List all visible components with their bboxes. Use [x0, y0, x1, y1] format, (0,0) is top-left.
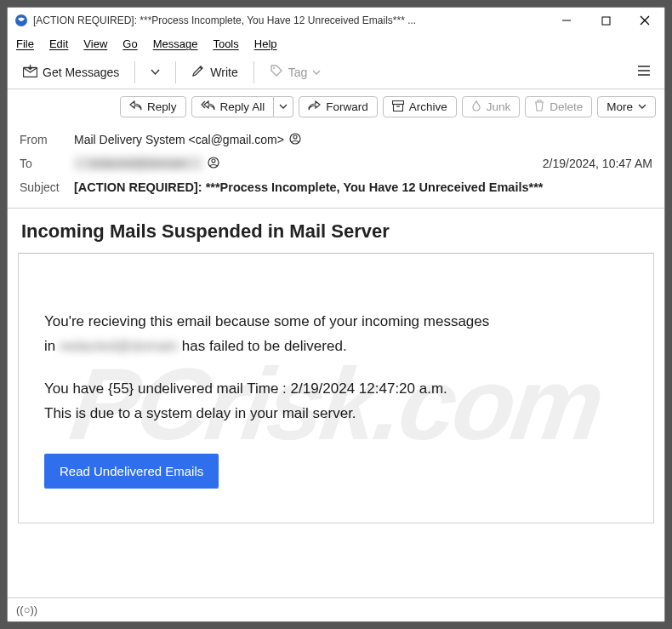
svg-point-6 [273, 67, 275, 69]
email-client-window: [ACTION REQUIRED]: ***Process Incomplete… [7, 7, 665, 622]
toolbar-separator [175, 61, 176, 83]
activity-icon: ((○)) [16, 603, 37, 616]
get-messages-label: Get Messages [43, 66, 119, 79]
contact-icon[interactable] [289, 133, 301, 147]
reply-all-icon [201, 100, 215, 113]
more-label: More [607, 100, 633, 113]
app-menu-button[interactable] [632, 60, 656, 84]
svg-rect-2 [602, 17, 610, 25]
subject-label: Subject [20, 180, 74, 194]
to-row: To redacted@domain 2/19/2024, 10:47 AM [20, 152, 652, 175]
menu-tools[interactable]: Tools [213, 37, 238, 50]
menu-view[interactable]: View [83, 37, 107, 50]
reply-all-group: Reply All [191, 96, 294, 117]
message-headers: From Mail Delivery System <cal@gmail.com… [8, 124, 664, 209]
window-title: [ACTION REQUIRED]: ***Process Incomplete… [33, 14, 547, 26]
window-minimize-button[interactable] [547, 8, 586, 33]
window-close-button[interactable] [625, 8, 664, 33]
subject-value: [ACTION REQUIRED]: ***Process Incomplete… [74, 180, 543, 194]
forward-label: Forward [326, 100, 368, 113]
svg-point-14 [293, 135, 297, 139]
body-redacted: redacted@domain [60, 338, 178, 354]
status-bar: ((○)) [8, 598, 664, 621]
menu-edit[interactable]: Edit [49, 37, 68, 50]
subject-row: Subject [ACTION REQUIRED]: ***Process In… [20, 175, 652, 199]
window-titlebar: [ACTION REQUIRED]: ***Process Incomplete… [8, 8, 664, 33]
contact-icon[interactable] [208, 157, 219, 171]
junk-label: Junk [487, 100, 511, 113]
tag-label: Tag [288, 66, 308, 79]
tag-button[interactable]: Tag [263, 60, 328, 83]
reply-all-button[interactable]: Reply All [191, 96, 275, 117]
archive-label: Archive [409, 100, 447, 113]
body-line-2: in redacted@domain has failed to be deli… [44, 336, 628, 357]
main-toolbar: Get Messages Write Tag [8, 55, 664, 89]
pencil-icon [191, 64, 205, 80]
menu-go[interactable]: Go [122, 37, 137, 50]
write-label: Write [210, 66, 237, 79]
reply-button[interactable]: Reply [120, 96, 186, 117]
to-redacted: redacted@domain [74, 157, 202, 170]
toolbar-separator [253, 61, 254, 83]
menu-file[interactable]: File [16, 37, 34, 50]
tag-icon [270, 64, 283, 80]
reply-icon [129, 100, 142, 113]
window-maximize-button[interactable] [586, 8, 625, 33]
message-date: 2/19/2024, 10:47 AM [543, 157, 652, 170]
hamburger-icon [637, 65, 651, 80]
menu-help[interactable]: Help [254, 37, 277, 50]
read-undelivered-button[interactable]: Read Undelivered Emails [44, 454, 219, 489]
forward-icon [308, 100, 321, 113]
toolbar-separator [134, 61, 135, 83]
reply-label: Reply [147, 100, 177, 113]
message-action-bar: Reply Reply All Forward Archive Junk Del… [8, 89, 664, 124]
body-line-3: You have {55} undelivered mail Time : 2/… [44, 379, 628, 400]
inbox-download-icon [23, 65, 37, 80]
from-label: From [20, 133, 74, 146]
svg-point-16 [212, 159, 215, 163]
mail-content-card: You're recieving this email because some… [18, 253, 654, 523]
message-body-pane: Incoming Mails Suspended in Mail Server … [8, 209, 664, 598]
body-line-1: You're recieving this email because some… [44, 312, 628, 333]
menu-bar: File Edit View Go Message Tools Help [8, 33, 664, 55]
menu-message[interactable]: Message [153, 37, 198, 50]
reply-all-dropdown[interactable] [274, 96, 293, 117]
get-messages-dropdown[interactable] [144, 62, 167, 83]
archive-icon [392, 100, 404, 114]
thunderbird-icon [14, 14, 28, 27]
mail-heading: Incoming Mails Suspended in Mail Server [18, 219, 654, 253]
chevron-down-icon [638, 100, 646, 113]
to-label: To [20, 157, 74, 170]
svg-rect-11 [393, 104, 402, 111]
chevron-down-icon [151, 66, 160, 79]
more-button[interactable]: More [597, 96, 656, 117]
flame-icon [471, 100, 481, 114]
trash-icon [534, 100, 544, 114]
forward-button[interactable]: Forward [299, 96, 378, 117]
delete-button[interactable]: Delete [525, 96, 592, 117]
junk-button[interactable]: Junk [462, 96, 521, 117]
chevron-down-icon [312, 66, 321, 79]
write-button[interactable]: Write [185, 60, 244, 83]
body-line-4: This is due to a system delay in your ma… [44, 403, 628, 425]
delete-label: Delete [550, 100, 583, 113]
svg-rect-10 [392, 100, 403, 104]
archive-button[interactable]: Archive [383, 96, 457, 117]
get-messages-button[interactable]: Get Messages [16, 61, 126, 83]
reply-all-label: Reply All [220, 100, 265, 113]
from-value[interactable]: Mail Delivery System <cal@gmail.com> [74, 133, 301, 147]
to-value[interactable]: redacted@domain [74, 157, 219, 171]
from-row: From Mail Delivery System <cal@gmail.com… [20, 128, 652, 152]
chevron-down-icon [279, 100, 288, 113]
